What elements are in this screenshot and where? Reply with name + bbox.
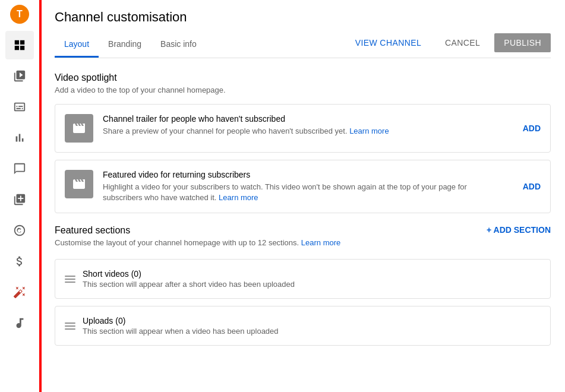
featured-sections-section: Featured sections Customise the layout o… (55, 225, 551, 346)
featured-video-text: Highlight a video for your subscribers t… (103, 182, 509, 203)
view-channel-button[interactable]: VIEW CHANNEL (346, 33, 431, 52)
featured-sections-title: Featured sections (55, 225, 340, 236)
audio-icon (13, 317, 26, 330)
channel-trailer-text: Share a preview of your channel for peop… (103, 126, 509, 137)
channel-trailer-add-button[interactable]: ADD (523, 124, 541, 133)
sidebar-item-analytics[interactable] (5, 124, 34, 152)
grid-icon (13, 39, 26, 52)
play-icon (13, 69, 26, 83)
channel-trailer-title: Channel trailer for people who haven't s… (103, 114, 509, 124)
video-spotlight-title: Video spotlight (55, 72, 551, 83)
avatar[interactable]: T (10, 5, 29, 24)
tab-basic-info[interactable]: Basic info (151, 32, 206, 58)
featured-video-learn-more[interactable]: Learn more (219, 193, 258, 202)
featured-video-card: Featured video for returning subscribers… (55, 160, 551, 213)
uploads-row: Uploads (0) This section will appear whe… (55, 306, 551, 346)
tab-layout[interactable]: Layout (55, 32, 99, 58)
short-videos-row: Short videos (0) This section will appea… (55, 259, 551, 299)
short-videos-drag-handle[interactable] (65, 276, 75, 283)
tabs-bar: Layout Branding Basic info VIEW CHANNEL … (55, 32, 551, 58)
short-videos-desc: This section will appear after a short v… (83, 280, 295, 289)
uploads-info: Uploads (0) This section will appear whe… (83, 316, 279, 336)
channel-trailer-icon (65, 114, 93, 143)
sidebar-item-subtitles[interactable] (5, 93, 34, 121)
featured-video-icon (65, 170, 93, 198)
featured-sections-header: Featured sections Customise the layout o… (55, 225, 551, 257)
featured-video-body: Featured video for returning subscribers… (103, 170, 509, 203)
cancel-button[interactable]: CANCEL (435, 33, 490, 52)
add-section-button[interactable]: + ADD SECTION (487, 225, 551, 235)
video-spotlight-desc: Add a video to the top of your channel h… (55, 86, 551, 94)
sidebar-item-audio[interactable] (5, 309, 34, 337)
tab-branding[interactable]: Branding (99, 32, 151, 58)
sidebar-item-comments[interactable] (5, 154, 34, 183)
content-area: Video spotlight Add a video to the top o… (40, 58, 565, 392)
uploads-title: Uploads (0) (83, 316, 279, 325)
sidebar-item-playlists[interactable] (5, 185, 34, 214)
film-icon (72, 121, 86, 135)
subtitles-icon (13, 100, 26, 113)
channel-trailer-body: Channel trailer for people who haven't s… (103, 114, 509, 137)
video-spotlight-section: Video spotlight Add a video to the top o… (55, 72, 551, 213)
short-videos-info: Short videos (0) This section will appea… (83, 269, 295, 289)
playlist-icon (13, 193, 26, 206)
publish-button[interactable]: PUBLISH (494, 33, 551, 52)
tools-icon (13, 286, 26, 299)
uploads-desc: This section will appear when a video ha… (83, 327, 279, 336)
sidebar-item-copyright[interactable] (5, 216, 34, 245)
sidebar-item-videos[interactable] (5, 62, 34, 90)
bar-chart-icon (13, 131, 26, 144)
featured-video-title: Featured video for returning subscribers (103, 170, 509, 179)
featured-film-icon (72, 177, 86, 191)
page-title: Channel customisation (55, 10, 551, 25)
short-videos-title: Short videos (0) (83, 269, 295, 279)
uploads-drag-handle[interactable] (65, 323, 75, 330)
tabs-left: Layout Branding Basic info (55, 32, 346, 58)
channel-trailer-learn-more[interactable]: Learn more (349, 127, 389, 135)
sidebar-item-tools[interactable] (5, 278, 34, 306)
featured-video-add-button[interactable]: ADD (523, 182, 541, 191)
copyright-icon (13, 224, 26, 237)
featured-sections-learn-more[interactable]: Learn more (301, 238, 340, 247)
tabs-actions: VIEW CHANNEL CANCEL PUBLISH (346, 33, 551, 57)
page-header: Channel customisation Layout Branding Ba… (40, 0, 565, 58)
dollar-icon (13, 255, 26, 268)
comments-icon (13, 162, 26, 175)
sidebar: T (0, 0, 40, 392)
sidebar-item-dashboard[interactable] (5, 31, 34, 59)
sidebar-item-monetize[interactable] (5, 247, 34, 276)
channel-trailer-card: Channel trailer for people who haven't s… (55, 104, 551, 153)
main-content: Channel customisation Layout Branding Ba… (40, 0, 565, 392)
featured-sections-desc: Customise the layout of your channel hom… (55, 238, 340, 247)
